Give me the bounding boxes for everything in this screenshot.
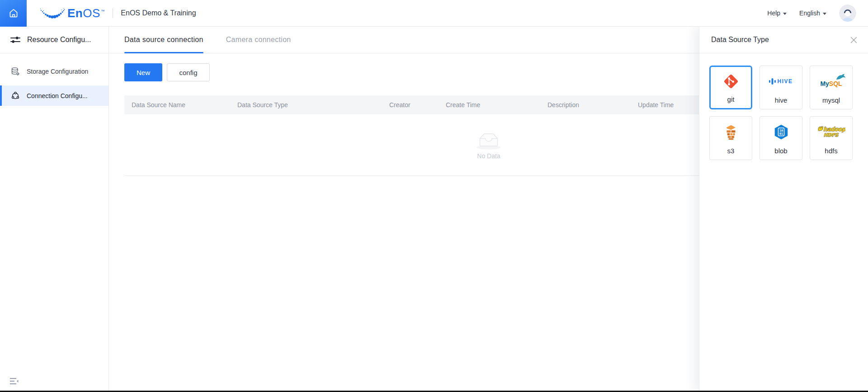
svg-text:01: 01: [779, 132, 783, 136]
sliders-icon: [10, 36, 20, 44]
azure-blob-icon: 10 01: [760, 117, 802, 147]
language-label: English: [799, 9, 820, 17]
tab-label: Data source connection: [124, 36, 203, 44]
type-tile-s3[interactable]: s3: [709, 116, 752, 160]
type-label: blob: [774, 147, 787, 155]
hadoop-hdfs-icon: hadoop HDFS: [810, 117, 852, 147]
menu-fold-icon: [10, 378, 19, 385]
svg-text:hadoop: hadoop: [823, 125, 845, 132]
close-drawer-button[interactable]: [850, 37, 857, 43]
type-tile-git[interactable]: git: [709, 66, 752, 109]
type-label: hdfs: [825, 147, 837, 155]
help-menu[interactable]: Help: [767, 9, 787, 17]
column-header-data-source-type: Data Source Type: [237, 95, 288, 114]
home-icon: [8, 7, 19, 19]
new-button[interactable]: New: [124, 63, 162, 81]
sidebar-item-connection-configuration[interactable]: Connection Configu...: [0, 85, 108, 106]
sidebar-item-storage-configuration[interactable]: Storage Configuration: [0, 61, 108, 81]
column-header-creator: Creator: [389, 95, 410, 114]
git-icon: [711, 67, 751, 95]
sidebar-collapse-button[interactable]: [10, 378, 19, 385]
storage-database-icon: [11, 67, 20, 76]
type-tile-blob[interactable]: 10 01 blob: [760, 116, 802, 160]
drawer-header: Data Source Type: [699, 27, 868, 53]
type-label: s3: [727, 147, 735, 155]
enos-logo: EnOS™: [39, 6, 105, 20]
drawer-title: Data Source Type: [711, 36, 769, 44]
column-header-data-source-name: Data Source Name: [132, 95, 185, 114]
type-label: hive: [775, 96, 788, 104]
column-header-description: Description: [547, 95, 579, 114]
tab-data-source-connection[interactable]: Data source connection: [124, 27, 203, 53]
app-title: EnOS Demo & Training: [121, 9, 196, 17]
left-sidebar: Resource Configu... Storage Configuratio…: [0, 27, 109, 392]
enos-logo-dots-icon: [39, 6, 66, 20]
home-button[interactable]: [0, 0, 27, 27]
user-avatar[interactable]: [839, 5, 856, 22]
empty-box-icon: [474, 131, 504, 150]
type-tile-hdfs[interactable]: hadoop HDFS hdfs: [810, 116, 853, 160]
tab-label: Camera connection: [226, 36, 291, 44]
type-tile-mysql[interactable]: MySQL mysql: [810, 66, 853, 109]
topbar-actions: Help English: [767, 5, 856, 22]
s3-bucket-icon: [710, 117, 752, 147]
config-button[interactable]: config: [167, 63, 210, 81]
tab-camera-connection[interactable]: Camera connection: [226, 27, 291, 53]
sidebar-title: Resource Configu...: [27, 36, 91, 44]
data-source-type-grid: git HIVE hive: [699, 53, 868, 160]
type-label: mysql: [822, 96, 840, 104]
type-tile-hive[interactable]: HIVE hive: [760, 66, 802, 109]
chevron-down-icon: [783, 13, 787, 15]
connection-hub-icon: [11, 91, 20, 100]
type-label: git: [727, 95, 735, 103]
sidebar-item-label: Storage Configuration: [27, 68, 88, 75]
sidebar-section-header: Resource Configu...: [0, 27, 108, 53]
enos-logo-text: EnOS™: [67, 6, 105, 20]
data-source-type-drawer: Data Source Type git: [699, 27, 868, 392]
top-navigation-bar: EnOS™ EnOS Demo & Training Help English: [0, 0, 868, 27]
empty-state-text: No Data: [477, 152, 500, 160]
help-label: Help: [767, 9, 780, 17]
hive-icon: HIVE: [760, 66, 802, 96]
title-divider: [113, 8, 113, 18]
column-header-create-time: Create Time: [446, 95, 480, 114]
chevron-down-icon: [823, 13, 826, 15]
language-menu[interactable]: English: [799, 9, 826, 17]
sidebar-menu: Storage Configuration Connection Configu…: [0, 53, 108, 106]
svg-text:HDFS: HDFS: [824, 132, 839, 137]
mysql-icon: MySQL: [810, 66, 852, 96]
sidebar-item-label: Connection Configu...: [27, 92, 88, 99]
column-header-update-time: Update Time: [638, 95, 674, 114]
close-icon: [850, 37, 857, 43]
